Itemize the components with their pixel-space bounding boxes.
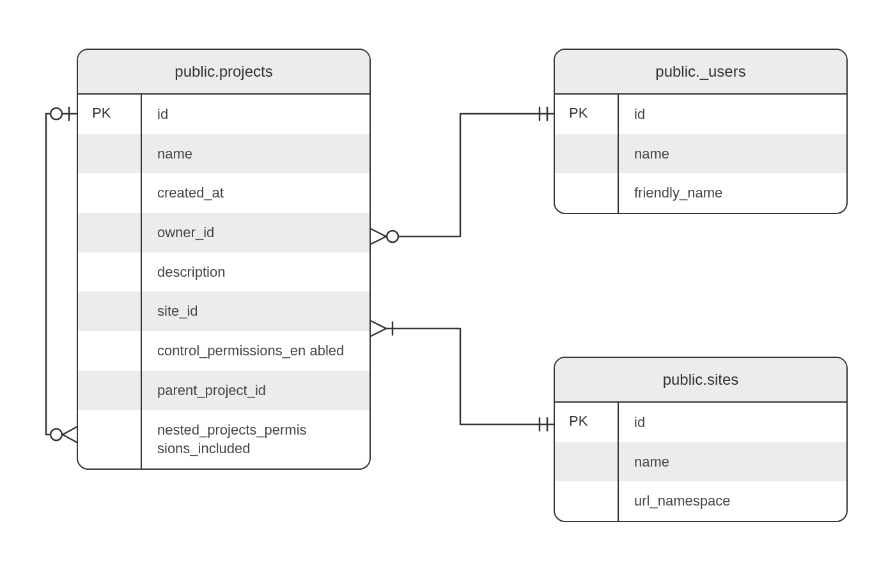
ring-owner [387, 231, 398, 242]
col-control-perms: control_permissions_en abled [142, 331, 370, 371]
col-id: id [619, 95, 846, 134]
col-owner-id: owner_id [142, 213, 370, 252]
table-row: created_at [78, 173, 370, 213]
ring-pk [51, 108, 62, 120]
ring-parent [51, 429, 62, 440]
entity-sites: public.sites PKid name url_namespace [554, 357, 848, 522]
pk-cell [78, 410, 142, 468]
col-created-at: created_at [142, 173, 370, 213]
pk-cell: PK [555, 95, 619, 134]
crowfoot-parent [63, 427, 77, 442]
col-nested-perms: nested_projects_permis sions_included [142, 410, 370, 468]
col-name: name [619, 134, 846, 174]
pk-cell [78, 173, 142, 213]
col-site-id: site_id [142, 291, 370, 331]
table-row: url_namespace [555, 481, 846, 521]
col-id: id [619, 403, 846, 442]
rel-projects-site-to-sites [386, 329, 540, 424]
entity-users: public._users PKid name friendly_name [554, 49, 848, 214]
table-row: name [555, 134, 846, 174]
table-row: nested_projects_permis sions_included [78, 410, 370, 468]
table-row: owner_id [78, 213, 370, 252]
pk-cell [555, 442, 619, 482]
pk-cell [78, 371, 142, 410]
col-name: name [142, 134, 370, 174]
entity-sites-title: public.sites [555, 358, 846, 403]
col-parent-project-id: parent_project_id [142, 371, 370, 410]
entity-projects-title: public.projects [78, 50, 370, 95]
entity-users-title: public._users [555, 50, 846, 95]
pk-cell [78, 134, 142, 174]
table-row: PKid [78, 95, 370, 134]
table-row: parent_project_id [78, 371, 370, 410]
col-url-namespace: url_namespace [619, 481, 846, 521]
table-row: description [78, 252, 370, 292]
pk-cell: PK [555, 403, 619, 442]
col-description: description [142, 252, 370, 292]
table-row: PKid [555, 403, 846, 442]
table-row: control_permissions_en abled [78, 331, 370, 371]
entity-projects: public.projects PKid name created_at own… [77, 49, 371, 470]
table-row: friendly_name [555, 173, 846, 213]
col-id: id [142, 95, 370, 134]
pk-cell [555, 481, 619, 521]
crowfoot-site [371, 321, 386, 336]
pk-cell [78, 213, 142, 252]
pk-cell: PK [78, 95, 142, 134]
col-friendly-name: friendly_name [619, 173, 846, 213]
table-row: name [78, 134, 370, 174]
table-row: site_id [78, 291, 370, 331]
pk-cell [555, 173, 619, 213]
table-row: name [555, 442, 846, 482]
pk-cell [78, 252, 142, 292]
pk-cell [78, 291, 142, 331]
pk-cell [555, 134, 619, 174]
erd-canvas: public.projects PKid name created_at own… [0, 0, 895, 588]
crowfoot-owner [371, 229, 386, 244]
table-row: PKid [555, 95, 846, 134]
col-name: name [619, 442, 846, 482]
rel-projects-self [46, 114, 63, 435]
rel-projects-owner-to-users [386, 114, 540, 236]
pk-cell [78, 331, 142, 371]
